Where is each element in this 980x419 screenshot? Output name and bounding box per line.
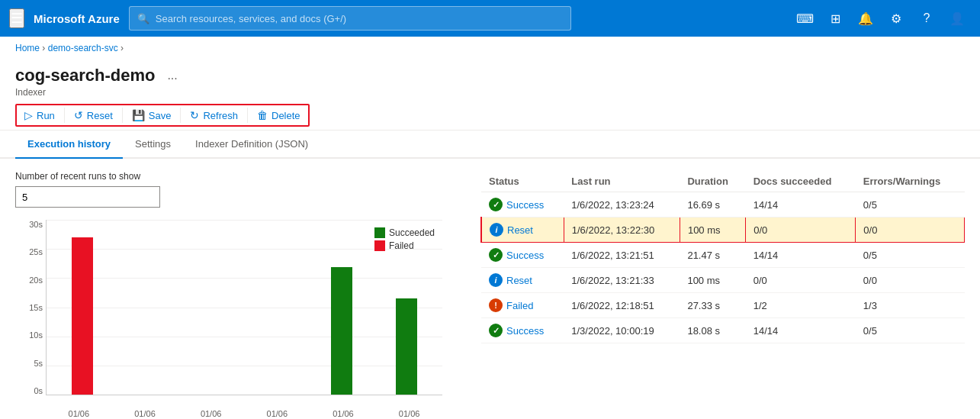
- x-label-5: 01/06: [333, 409, 354, 418]
- reset-icon: ↺: [74, 109, 83, 121]
- x-label-3: 01/06: [201, 409, 222, 418]
- runs-label: Number of recent runs to show: [15, 171, 458, 182]
- legend-failed: Failed: [374, 240, 435, 251]
- toolbar: ▷ Run ↺ Reset 💾 Save ↻ Refresh 🗑 Delete: [17, 105, 308, 125]
- errors-cell: 0/0: [856, 218, 965, 243]
- bar-5: [331, 267, 352, 395]
- tab-settings[interactable]: Settings: [123, 131, 183, 159]
- cloud-shell-button[interactable]: ⌨: [791, 5, 818, 32]
- breadcrumb-home[interactable]: Home: [15, 43, 40, 53]
- table-row: Failed 1/6/2022, 12:18:51 27.33 s 1/2 1/…: [481, 293, 965, 318]
- refresh-icon: ↻: [190, 109, 199, 121]
- status-link[interactable]: Success: [489, 198, 556, 211]
- last-run-cell: 1/6/2022, 13:21:33: [564, 268, 680, 293]
- docs-cell: 0/0: [746, 268, 856, 293]
- run-icon: ▷: [24, 109, 33, 121]
- search-input[interactable]: [156, 13, 563, 24]
- x-label-2: 01/06: [134, 409, 156, 418]
- duration-cell: 27.33 s: [680, 293, 745, 318]
- toolbar-divider-2: [122, 108, 123, 123]
- col-header-errors: Errors/Warnings: [856, 171, 965, 192]
- y-label-0: 0s: [34, 386, 43, 395]
- tabs-bar: Execution history Settings Indexer Defin…: [0, 131, 980, 159]
- status-text: Success: [506, 250, 544, 261]
- status-icon-failed: [489, 298, 503, 312]
- last-run-cell: 1/6/2022, 12:18:51: [564, 293, 680, 318]
- duration-cell: 16.69 s: [680, 192, 745, 218]
- notifications-button[interactable]: 🔔: [852, 5, 879, 32]
- refresh-button[interactable]: ↻ Refresh: [182, 105, 246, 125]
- chart-container: 30s 25s 20s 15s 10s 5s 0s: [15, 220, 442, 418]
- status-link[interactable]: Reset: [489, 273, 556, 287]
- chart-legend: Succeeded Failed: [374, 227, 435, 253]
- run-button[interactable]: ▷ Run: [17, 105, 63, 125]
- x-label-1: 01/06: [69, 409, 90, 418]
- legend-succeeded-label: Succeeded: [389, 227, 435, 238]
- docs-cell: 14/14: [746, 318, 856, 343]
- search-bar: 🔍: [129, 6, 571, 31]
- status-link[interactable]: Failed: [489, 298, 556, 312]
- status-cell: Success: [481, 318, 564, 343]
- tab-indexer-definition[interactable]: Indexer Definition (JSON): [183, 131, 320, 159]
- page-subtitle: Indexer: [15, 87, 965, 98]
- legend-failed-color: [374, 240, 385, 251]
- y-label-5: 5s: [34, 359, 43, 368]
- status-cell: Success: [481, 243, 564, 268]
- tab-execution-history[interactable]: Execution history: [15, 131, 123, 159]
- directory-button[interactable]: ⊞: [821, 5, 849, 32]
- duration-cell: 21.47 s: [680, 243, 745, 268]
- legend-failed-label: Failed: [389, 240, 414, 251]
- status-text: Failed: [506, 300, 533, 311]
- legend-succeeded-color: [374, 227, 385, 238]
- col-header-last-run: Last run: [564, 171, 680, 192]
- right-panel: Status Last run Duration Docs succeeded …: [480, 171, 965, 419]
- last-run-cell: 1/6/2022, 13:23:24: [564, 192, 680, 218]
- menu-button[interactable]: ☰: [9, 8, 24, 28]
- col-header-docs: Docs succeeded: [746, 171, 856, 192]
- settings-button[interactable]: ⚙: [882, 5, 910, 32]
- help-button[interactable]: ?: [913, 5, 940, 32]
- account-button[interactable]: 👤: [943, 5, 971, 32]
- status-link[interactable]: Success: [489, 248, 556, 262]
- y-label-20: 20s: [29, 276, 43, 285]
- status-icon-success: [489, 248, 503, 262]
- azure-logo: Microsoft Azure: [34, 12, 120, 25]
- duration-cell: 18.08 s: [680, 318, 745, 343]
- last-run-cell: 1/6/2022, 13:22:30: [564, 218, 680, 243]
- docs-cell: 1/2: [746, 293, 856, 318]
- left-panel: Number of recent runs to show 30s 25s 20…: [15, 171, 458, 419]
- x-axis: 01/06 01/06 01/06 01/06 01/06 01/06: [46, 409, 442, 418]
- more-options-button[interactable]: ...: [162, 67, 182, 84]
- col-header-duration: Duration: [680, 171, 745, 192]
- status-cell: Reset: [481, 268, 564, 293]
- runs-input[interactable]: [15, 186, 160, 208]
- table-row: Reset 1/6/2022, 13:22:30 100 ms 0/0 0/0: [481, 218, 965, 243]
- table-row: Success 1/6/2022, 13:23:24 16.69 s 14/14…: [481, 192, 965, 218]
- docs-cell: 0/0: [746, 218, 856, 243]
- chart-area: Succeeded Failed: [46, 220, 442, 395]
- breadcrumb: Home › demo-search-svc ›: [0, 37, 980, 60]
- execution-history-table: Status Last run Duration Docs succeeded …: [480, 171, 965, 343]
- last-run-cell: 1/6/2022, 13:21:51: [564, 243, 680, 268]
- delete-icon: 🗑: [257, 109, 268, 121]
- duration-cell: 100 ms: [680, 268, 745, 293]
- bar-1: [72, 237, 93, 395]
- search-icon: 🔍: [137, 13, 149, 24]
- delete-button[interactable]: 🗑 Delete: [249, 105, 308, 125]
- errors-cell: 0/5: [856, 192, 965, 218]
- status-link[interactable]: Reset: [490, 223, 556, 237]
- save-button[interactable]: 💾 Save: [124, 105, 179, 125]
- y-label-30: 30s: [29, 220, 43, 229]
- x-label-6: 01/06: [399, 409, 420, 418]
- table-row: Success 1/6/2022, 13:21:51 21.47 s 14/14…: [481, 243, 965, 268]
- breadcrumb-service[interactable]: demo-search-svc: [48, 43, 118, 53]
- docs-cell: 14/14: [746, 243, 856, 268]
- status-cell: Reset: [481, 218, 564, 243]
- reset-button[interactable]: ↺ Reset: [66, 105, 120, 125]
- status-text: Success: [506, 325, 544, 337]
- last-run-cell: 1/3/2022, 10:00:19: [564, 318, 680, 343]
- bar-6: [396, 298, 417, 395]
- table-row: Reset 1/6/2022, 13:21:33 100 ms 0/0 0/0: [481, 268, 965, 293]
- status-link[interactable]: Success: [489, 324, 556, 337]
- y-label-25: 25s: [29, 247, 43, 256]
